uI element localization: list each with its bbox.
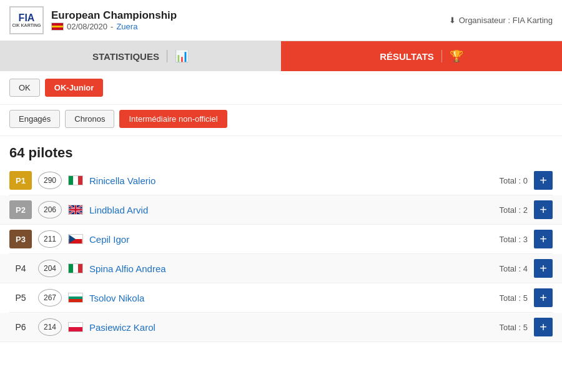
event-date: 02/08/2020 bbox=[67, 22, 107, 31]
tab-divider-line2 bbox=[441, 50, 442, 62]
statistiques-label: STATISTIQUES bbox=[92, 51, 159, 62]
tab-divider-line bbox=[167, 50, 167, 62]
cik-karting-text: CIK KARTING bbox=[12, 23, 41, 28]
racer-name[interactable]: Rinicella Valerio bbox=[89, 175, 493, 186]
pilots-count: 64 pilotes bbox=[0, 136, 562, 166]
racer-number: 214 bbox=[38, 318, 62, 336]
expand-button[interactable]: + bbox=[534, 230, 553, 248]
subcategory-chronos[interactable]: Chronos bbox=[65, 110, 114, 128]
racer-number: 206 bbox=[38, 201, 62, 218]
separator: - bbox=[111, 22, 113, 31]
header-info: European Championship 02/08/2020 - Zuera bbox=[51, 9, 177, 31]
total-label: Total : 2 bbox=[499, 205, 528, 215]
flag-it-icon bbox=[68, 263, 83, 273]
subcategory-engages[interactable]: Engagés bbox=[9, 110, 60, 128]
position-badge: P2 bbox=[9, 200, 32, 219]
subcategory-intermediaire[interactable]: Intermédiaire non-officiel bbox=[119, 110, 227, 128]
organizer-info: ⬇ Organisateur : FIA Karting bbox=[449, 16, 553, 25]
table-row: P5267Tsolov NikolaTotal : 5+ bbox=[9, 283, 553, 313]
event-location-link[interactable]: Zuera bbox=[116, 22, 137, 31]
total-label: Total : 0 bbox=[499, 176, 528, 185]
category-ok[interactable]: OK bbox=[9, 79, 40, 97]
racer-name[interactable]: Pasiewicz Karol bbox=[89, 322, 493, 333]
tab-statistiques[interactable]: STATISTIQUES 📊 bbox=[0, 41, 281, 71]
flag-gb-icon bbox=[68, 205, 83, 215]
organizer-label: Organisateur : FIA Karting bbox=[459, 16, 553, 25]
position-badge: P1 bbox=[9, 171, 32, 190]
event-title: European Championship bbox=[51, 9, 177, 22]
expand-button[interactable]: + bbox=[534, 318, 553, 336]
event-subtitle: 02/08/2020 - Zuera bbox=[51, 22, 177, 31]
total-label: Total : 5 bbox=[499, 293, 528, 303]
total-label: Total : 3 bbox=[499, 235, 528, 244]
table-row: P2206 Lindblad ArvidTotal : 2+ bbox=[0, 195, 562, 225]
chart-icon: 📊 bbox=[175, 49, 189, 63]
fia-text: FIA bbox=[19, 12, 35, 24]
category-bar: OK OK-Junior bbox=[0, 71, 562, 105]
results-list: P1290Rinicella ValerioTotal : 0+P2206 Li… bbox=[0, 166, 562, 342]
table-row: P6214Pasiewicz KarolTotal : 5+ bbox=[0, 313, 562, 342]
position-badge: P5 bbox=[9, 288, 32, 307]
racer-number: 290 bbox=[38, 172, 62, 189]
expand-button[interactable]: + bbox=[534, 200, 553, 219]
racer-name[interactable]: Cepil Igor bbox=[89, 234, 493, 245]
flag-it-icon bbox=[68, 175, 83, 185]
resultats-label: RÉSULTATS bbox=[380, 51, 434, 62]
position-badge: P4 bbox=[9, 259, 32, 278]
page-header: FIA CIK KARTING European Championship 02… bbox=[0, 0, 562, 41]
racer-name[interactable]: Lindblad Arvid bbox=[89, 205, 493, 215]
total-label: Total : 4 bbox=[499, 264, 528, 273]
position-badge: P3 bbox=[9, 230, 32, 248]
flag-cz-icon bbox=[68, 234, 83, 244]
expand-button[interactable]: + bbox=[534, 288, 553, 307]
download-icon: ⬇ bbox=[449, 16, 456, 25]
expand-button[interactable]: + bbox=[534, 259, 553, 278]
fia-logo: FIA CIK KARTING bbox=[9, 6, 44, 34]
header-left: FIA CIK KARTING European Championship 02… bbox=[9, 6, 177, 34]
podium-icon: 🏆 bbox=[450, 49, 463, 63]
tab-bar: STATISTIQUES 📊 RÉSULTATS 🏆 bbox=[0, 41, 562, 71]
total-label: Total : 5 bbox=[499, 323, 528, 332]
category-ok-junior[interactable]: OK-Junior bbox=[45, 79, 104, 97]
spain-flag-icon bbox=[51, 22, 64, 31]
subcategory-bar: Engagés Chronos Intermédiaire non-offici… bbox=[0, 105, 562, 136]
racer-name[interactable]: Tsolov Nikola bbox=[89, 293, 493, 303]
table-row: P3211 Cepil IgorTotal : 3+ bbox=[9, 225, 553, 254]
racer-number: 267 bbox=[38, 289, 62, 306]
table-row: P4204Spina Alfio AndreaTotal : 4+ bbox=[0, 254, 562, 283]
position-badge: P6 bbox=[9, 318, 32, 336]
tab-resultats[interactable]: RÉSULTATS 🏆 bbox=[281, 41, 562, 71]
svg-rect-8 bbox=[69, 209, 82, 211]
racer-number: 211 bbox=[38, 230, 62, 248]
expand-button[interactable]: + bbox=[534, 171, 553, 190]
flag-pl-icon bbox=[68, 322, 83, 332]
racer-name[interactable]: Spina Alfio Andrea bbox=[89, 263, 493, 274]
racer-number: 204 bbox=[38, 260, 62, 277]
flag-bg-icon bbox=[68, 293, 83, 303]
table-row: P1290Rinicella ValerioTotal : 0+ bbox=[9, 166, 553, 195]
